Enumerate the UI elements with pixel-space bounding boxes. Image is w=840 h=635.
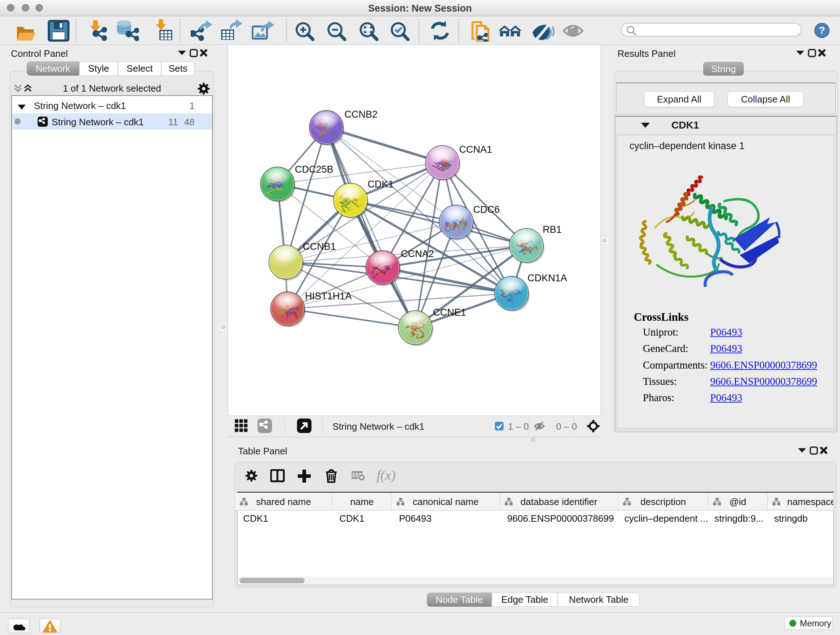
svg-text:?: ? bbox=[819, 25, 825, 36]
